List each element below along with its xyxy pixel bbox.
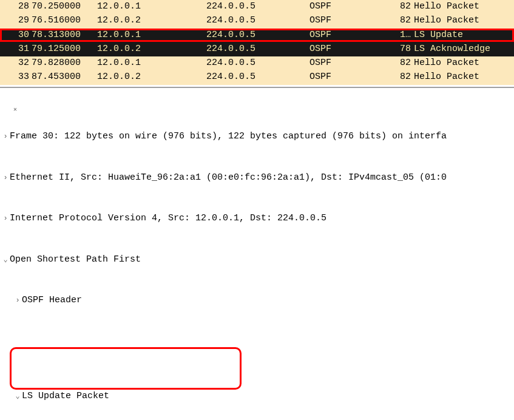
col-no: 29 (0, 15, 32, 27)
col-length: 1… (397, 29, 413, 41)
tree-label: Ethernet II, Src: HuaweiTe_96:2a:a1 (00:… (10, 171, 514, 185)
col-no: 32 (0, 57, 32, 69)
col-no: 31 (0, 43, 32, 55)
col-time: 78.313000 (32, 29, 91, 41)
chevron-right-icon[interactable]: › (1, 172, 10, 183)
col-source: 12.0.0.2 (91, 15, 206, 27)
col-destination: 224.0.0.5 (206, 15, 309, 27)
packet-row[interactable]: 29 76.516000 12.0.0.2 224.0.0.5 OSPF 82 … (0, 14, 514, 28)
col-destination: 224.0.0.5 (206, 1, 309, 13)
col-destination: 224.0.0.5 (206, 71, 309, 83)
col-source: 12.0.0.2 (91, 43, 206, 55)
col-time: 79.125000 (32, 43, 91, 55)
tree-label: Internet Protocol Version 4, Src: 12.0.0… (10, 212, 514, 226)
chevron-down-icon[interactable]: ⌄ (1, 254, 10, 265)
chevron-right-icon[interactable]: › (13, 295, 22, 306)
col-source: 12.0.0.1 (91, 29, 206, 41)
col-info: Hello Packet (413, 57, 514, 69)
packet-row[interactable]: 32 79.828000 12.0.0.1 224.0.0.5 OSPF 82 … (0, 56, 514, 70)
packet-row[interactable]: 28 70.250000 12.0.0.1 224.0.0.5 OSPF 82 … (0, 0, 514, 14)
packet-details-pane[interactable]: ✕ › Frame 30: 122 bytes on wire (976 bit… (0, 87, 514, 421)
col-protocol: OSPF (309, 43, 397, 55)
col-source: 12.0.0.1 (91, 1, 206, 13)
tree-label: Frame 30: 122 bytes on wire (976 bits), … (10, 130, 514, 144)
col-info: LS Acknowledge (413, 43, 514, 55)
col-no: 33 (0, 71, 32, 83)
col-source: 12.0.0.1 (91, 57, 206, 69)
col-time: 87.453000 (32, 71, 91, 83)
tree-item-ls-update[interactable]: ⌄ LS Update Packet (0, 390, 514, 404)
col-protocol: OSPF (309, 29, 397, 41)
tree-item-ip[interactable]: › Internet Protocol Version 4, Src: 12.0… (0, 212, 514, 226)
col-protocol: OSPF (309, 57, 397, 69)
col-protocol: OSPF (309, 1, 397, 13)
col-info: Hello Packet (413, 15, 514, 27)
col-no: 30 (0, 29, 32, 41)
col-length: 82 (397, 57, 413, 69)
tree-item-ospf-header[interactable]: › OSPF Header (0, 294, 514, 308)
col-length: 82 (397, 1, 413, 13)
tree-label: LS Update Packet (22, 390, 514, 404)
col-length: 82 (397, 15, 413, 27)
chevron-right-icon[interactable]: › (1, 213, 10, 224)
tree-item-frame[interactable]: › Frame 30: 122 bytes on wire (976 bits)… (0, 130, 514, 144)
col-time: 70.250000 (32, 1, 91, 13)
col-info: LS Update (413, 29, 514, 41)
col-info: Hello Packet (413, 1, 514, 13)
packet-row[interactable]: 33 87.453000 12.0.0.2 224.0.0.5 OSPF 82 … (0, 70, 514, 84)
chevron-down-icon[interactable]: ⌄ (13, 391, 22, 402)
col-no: 28 (0, 1, 32, 13)
col-destination: 224.0.0.5 (206, 29, 309, 41)
col-protocol: OSPF (309, 15, 397, 27)
packet-list[interactable]: 28 70.250000 12.0.0.1 224.0.0.5 OSPF 82 … (0, 0, 514, 85)
col-protocol: OSPF (309, 71, 397, 83)
col-info: Hello Packet (413, 71, 514, 83)
tree-item-ethernet[interactable]: › Ethernet II, Src: HuaweiTe_96:2a:a1 (0… (0, 171, 514, 185)
col-source: 12.0.0.2 (91, 71, 206, 83)
chevron-right-icon[interactable]: › (1, 131, 10, 142)
tree-item-ospf[interactable]: ⌄ Open Shortest Path First (0, 253, 514, 267)
col-length: 82 (397, 71, 413, 83)
tree-label: Open Shortest Path First (10, 253, 514, 267)
close-icon[interactable]: ✕ (11, 104, 19, 115)
packet-row-selected[interactable]: 30 78.313000 12.0.0.1 224.0.0.5 OSPF 1… … (0, 29, 514, 42)
col-time: 79.828000 (32, 57, 91, 69)
col-destination: 224.0.0.5 (206, 57, 309, 69)
tree-label: OSPF Header (22, 294, 514, 308)
col-destination: 224.0.0.5 (206, 43, 309, 55)
col-time: 76.516000 (32, 15, 91, 27)
col-length: 78 (397, 43, 413, 55)
packet-row[interactable]: 31 79.125000 12.0.0.2 224.0.0.5 OSPF 78 … (0, 42, 514, 56)
annotation-box (10, 347, 242, 390)
